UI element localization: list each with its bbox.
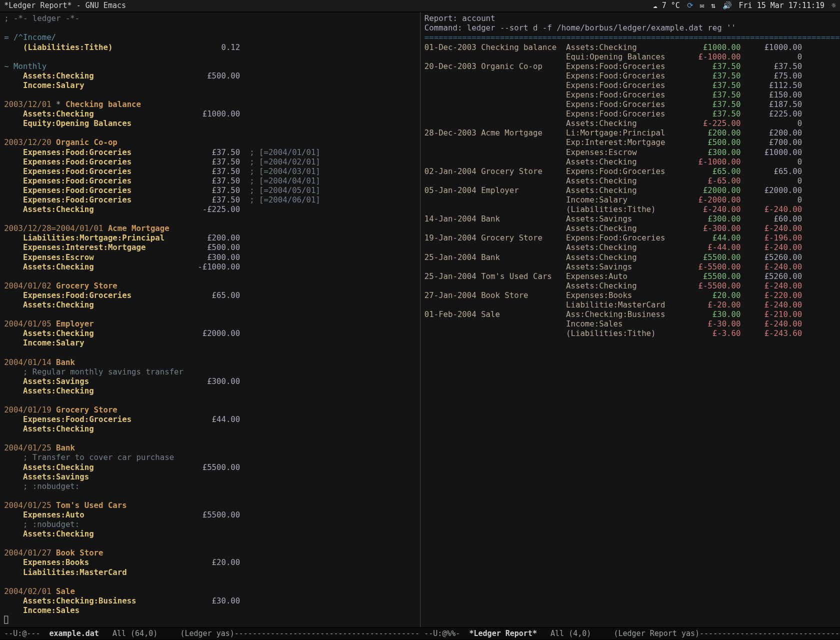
volume-icon[interactable]: 🔊 [722, 2, 732, 10]
refresh-icon[interactable]: ⟳ [687, 2, 693, 10]
modelines: --U:@--- example.dat All (64,0) (Ledger … [0, 628, 840, 640]
right-buffer[interactable]: Report: account Command: ledger --sort d… [420, 12, 840, 628]
network-icon[interactable]: ⇅ [711, 2, 716, 10]
left-buffer[interactable]: ; -*- ledger -*- = /^Income/ (Liabilitie… [0, 12, 420, 628]
modeline-left[interactable]: --U:@--- example.dat All (64,0) (Ledger … [0, 628, 420, 640]
mail-icon[interactable]: ✉ [700, 2, 704, 10]
modeline-right[interactable]: --U:@%%- *Ledger Report* All (4,0) (Ledg… [420, 628, 840, 640]
weather-indicator[interactable]: ☁ 7 °C [653, 2, 680, 10]
system-tray: ☁ 7 °C ⟳ ✉ ⇅ 🔊 Fri 15 Mar 17:11:19 ☼ [653, 2, 836, 10]
emacs-frame: ; -*- ledger -*- = /^Income/ (Liabilitie… [0, 12, 840, 628]
settings-icon[interactable]: ☼ [832, 2, 836, 10]
window-title: *Ledger Report* - GNU Emacs [4, 2, 126, 10]
clock[interactable]: Fri 15 Mar 17:11:19 [739, 2, 825, 10]
gnome-topbar: *Ledger Report* - GNU Emacs ☁ 7 °C ⟳ ✉ ⇅… [0, 0, 840, 12]
